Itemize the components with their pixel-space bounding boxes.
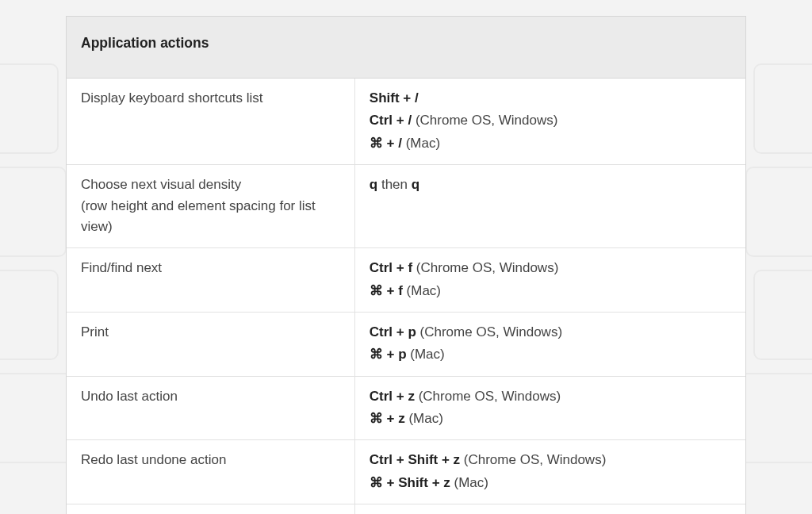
shortcut-cell: q then q — [355, 165, 745, 247]
action-label: Print — [81, 324, 109, 339]
shortcut-line: ⌘ + Shift + z (Mac) — [370, 473, 731, 493]
shortcut-context: (Mac) — [402, 136, 440, 151]
shortcut-cell: Ctrl + z (Chrome OS, Windows)⌘ + z (Mac) — [355, 377, 745, 440]
action-label: Redo last undone action — [81, 452, 226, 467]
shortcut-context: (Chrome OS, Windows) — [460, 452, 606, 467]
shortcuts-table: Display keyboard shortcuts listShift + /… — [67, 79, 745, 514]
shortcut-context: (Chrome OS, Windows) — [412, 260, 558, 275]
table-row: Find/find nextCtrl + f (Chrome OS, Windo… — [67, 248, 745, 313]
shortcut-line: Ctrl + f (Chrome OS, Windows) — [370, 258, 731, 278]
shortcut-line: q then q — [370, 175, 731, 195]
shortcut-context: (Chrome OS, Windows) — [412, 113, 557, 128]
shortcut-context: (Mac) — [405, 411, 443, 426]
shortcut-keys: Ctrl + / — [370, 113, 412, 128]
shortcut-line: Ctrl + p (Chrome OS, Windows) — [370, 322, 731, 343]
action-cell: Display keyboard shortcuts list — [67, 79, 355, 164]
action-cell: Undo last action — [67, 377, 355, 440]
shortcut-separator: then — [377, 177, 412, 192]
shortcut-line: Ctrl + / (Chrome OS, Windows) — [370, 110, 731, 131]
action-label: Undo last action — [81, 389, 178, 404]
shortcut-line: Shift + / — [370, 88, 731, 109]
shortcut-keys: ⌘ + p — [370, 347, 407, 362]
shortcut-line: ⌘ + p (Mac) — [370, 344, 731, 365]
table-row: Undo last actionCtrl + z (Chrome OS, Win… — [67, 377, 745, 441]
shortcut-keys: ⌘ + Shift + z — [370, 475, 450, 490]
table-row: Show last messagem — [67, 504, 745, 514]
action-label: Display keyboard shortcuts list — [81, 90, 263, 105]
shortcut-keys: Ctrl + z — [370, 389, 415, 404]
shortcut-keys: ⌘ + z — [370, 411, 405, 426]
action-cell: Choose next visual density(row height an… — [67, 165, 355, 247]
shortcut-keys: q — [412, 177, 419, 192]
action-sublabel: (row height and element spacing for list… — [81, 196, 340, 238]
shortcut-context: (Chrome OS, Windows) — [415, 389, 561, 404]
shortcut-keys: Shift + / — [370, 90, 419, 105]
action-cell: Show last message — [67, 504, 355, 514]
table-row: PrintCtrl + p (Chrome OS, Windows)⌘ + p … — [67, 313, 745, 377]
shortcut-keys: q — [370, 177, 377, 192]
table-row: Redo last undone actionCtrl + Shift + z … — [67, 440, 745, 504]
shortcut-keys: Ctrl + p — [370, 324, 416, 339]
shortcut-keys: ⌘ + / — [370, 136, 402, 151]
action-cell: Find/find next — [67, 248, 355, 312]
shortcut-cell: Shift + /Ctrl + / (Chrome OS, Windows)⌘ … — [355, 79, 745, 164]
shortcut-line: Ctrl + z (Chrome OS, Windows) — [370, 386, 731, 407]
action-cell: Redo last undone action — [67, 440, 355, 504]
table-row: Choose next visual density(row height an… — [67, 165, 745, 248]
table-row: Display keyboard shortcuts listShift + /… — [67, 79, 745, 165]
shortcut-context: (Chrome OS, Windows) — [416, 324, 562, 339]
shortcut-context: (Mac) — [450, 475, 488, 490]
action-label: Choose next visual density — [81, 177, 241, 192]
shortcut-keys: Ctrl + Shift + z — [370, 452, 460, 467]
shortcut-context: (Mac) — [407, 347, 445, 362]
action-label: Find/find next — [81, 260, 162, 275]
shortcut-line: ⌘ + / (Mac) — [370, 133, 731, 154]
shortcut-keys: ⌘ + f — [370, 283, 403, 298]
shortcut-line: ⌘ + z (Mac) — [370, 409, 731, 429]
shortcut-context: (Mac) — [403, 283, 441, 298]
shortcut-cell: Ctrl + p (Chrome OS, Windows)⌘ + p (Mac) — [355, 313, 745, 376]
shortcut-line: Ctrl + Shift + z (Chrome OS, Windows) — [370, 450, 731, 470]
shortcut-keys: Ctrl + f — [370, 260, 412, 275]
shortcuts-panel: Application actions Display keyboard sho… — [66, 16, 746, 514]
shortcut-cell: Ctrl + Shift + z (Chrome OS, Windows)⌘ +… — [355, 440, 745, 504]
shortcut-line: ⌘ + f (Mac) — [370, 281, 731, 301]
action-cell: Print — [67, 313, 355, 376]
shortcut-cell: Ctrl + f (Chrome OS, Windows)⌘ + f (Mac) — [355, 248, 745, 312]
shortcut-cell: m — [355, 504, 745, 514]
panel-header: Application actions — [67, 17, 745, 79]
